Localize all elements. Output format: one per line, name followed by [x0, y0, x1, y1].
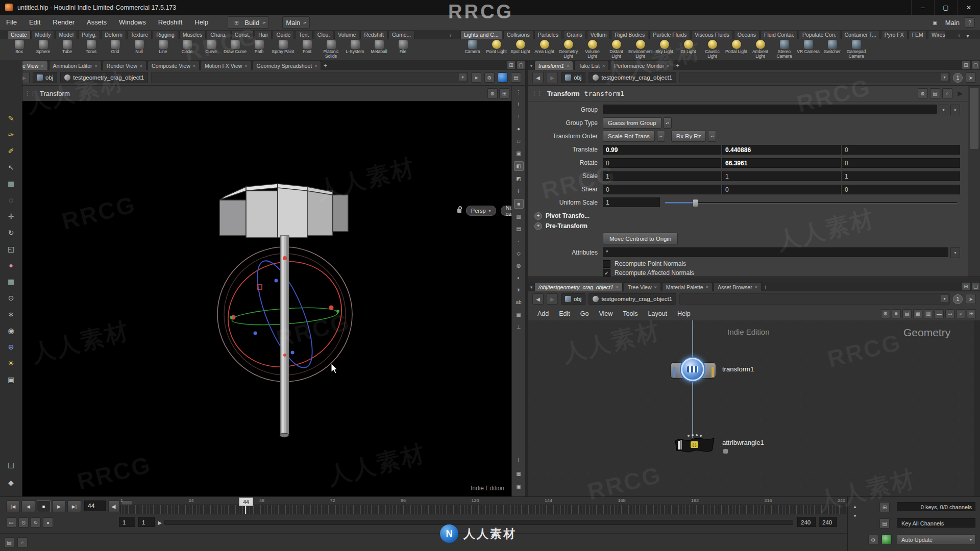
close-tab-icon[interactable]: ×	[706, 285, 708, 290]
node-input-flag[interactable]	[673, 367, 675, 377]
update-mode-dropdown[interactable]: Auto Update ▾	[897, 534, 975, 544]
menu-item[interactable]: Tools	[618, 310, 643, 317]
menu-item[interactable]: Windows	[113, 15, 152, 30]
menu-item[interactable]: Go	[575, 310, 594, 317]
shelf-tab[interactable]: Guide	[273, 31, 294, 39]
menu-item[interactable]: Help	[672, 310, 696, 317]
pre-transform-section[interactable]: + Pre-Transform	[534, 221, 587, 231]
shelf-tool[interactable]: Stereo Camera	[772, 40, 796, 60]
shelf-tab[interactable]: Redshift	[360, 31, 387, 39]
display-objects-icon[interactable]: ■	[514, 199, 524, 209]
path-node-chip[interactable]: testgeometry_crag_object1	[589, 72, 676, 83]
shelf-tab[interactable]: Lights and C...	[460, 31, 502, 39]
menu-item[interactable]: Help	[188, 15, 214, 30]
shelf-tool[interactable]: Sky Light	[652, 40, 676, 60]
range-limit-icon[interactable]: ▭	[6, 517, 16, 528]
rotate-order-dropdown[interactable]: Rx Ry Rz	[671, 131, 706, 142]
pane-tab[interactable]: Material Palette ×	[662, 282, 713, 291]
menu-item[interactable]: Redshift	[152, 15, 189, 30]
display-points-icon[interactable]: ∙	[514, 237, 523, 245]
shelf-tab[interactable]: Texture	[127, 31, 152, 39]
rotate-icon[interactable]: ↻	[4, 226, 18, 239]
pose-icon[interactable]: ●	[4, 258, 18, 272]
ghost-objects-icon[interactable]: ▨	[514, 212, 523, 221]
scale-z-field[interactable]: 1	[842, 171, 960, 181]
select-arrow-icon[interactable]: ↖	[4, 160, 18, 174]
fold-up-icon[interactable]: ▴	[850, 501, 860, 511]
show-handles-icon[interactable]: ✛	[514, 187, 523, 195]
shelf-tab[interactable]: Vellum	[587, 31, 610, 39]
shelf-tool[interactable]: Point Light	[484, 40, 508, 60]
world-space-icon[interactable]: ⊕	[4, 340, 18, 354]
camera-view-icon[interactable]: ▣	[514, 483, 523, 491]
template-objects-icon[interactable]: ▤	[514, 224, 523, 233]
list-view-icon[interactable]: ≡	[892, 309, 901, 318]
close-tab-icon[interactable]: ×	[654, 285, 656, 290]
pane-grip-icon[interactable]: ⋮	[514, 88, 523, 96]
scale-y-field[interactable]: 1	[722, 171, 841, 181]
translate-z-field[interactable]: 0	[842, 145, 960, 155]
shelf-tool[interactable]: Portal Light	[724, 40, 748, 60]
translate-icon[interactable]: ✛	[4, 209, 18, 223]
snap-multi-icon[interactable]: ∗	[4, 307, 18, 321]
shear-y-field[interactable]: 0	[722, 185, 841, 194]
viewport-layout-icon[interactable]: ⊞	[499, 88, 509, 98]
gear-icon[interactable]: ⚙	[918, 88, 928, 98]
path-node-chip[interactable]: testgeometry_crag_object1	[589, 293, 676, 305]
back-icon[interactable]: ◀	[532, 72, 544, 83]
group-type-dropdown[interactable]: Guess from Group	[603, 117, 662, 129]
new-tab-icon[interactable]: +	[321, 62, 329, 70]
pin-count-badge[interactable]: 1	[953, 294, 963, 304]
pane-tab[interactable]: Motion FX View ×	[201, 61, 252, 70]
shelf-tool[interactable]: L-System	[343, 40, 367, 60]
prev-key-button[interactable]: ◀|	[108, 500, 119, 512]
set-key-icon[interactable]: ⊞	[879, 502, 890, 512]
paint-brush-icon[interactable]: ✑	[4, 128, 18, 141]
stepper-icon[interactable]: ▴▾	[708, 131, 716, 142]
shear-x-field[interactable]: 0	[603, 185, 721, 194]
playhead[interactable]: 44	[239, 497, 253, 506]
rotate-x-field[interactable]: 0	[603, 158, 721, 168]
shelf-tab[interactable]: Deform	[101, 31, 126, 39]
group-select-icon[interactable]: ➤	[950, 105, 960, 115]
current-frame-field[interactable]: 44	[84, 500, 106, 511]
shelf-tab[interactable]: Collisions	[503, 31, 533, 39]
pane-tab[interactable]: Render View ×	[103, 61, 146, 70]
message-log-icon[interactable]: ▤	[4, 537, 14, 547]
pane-tab[interactable]: Animation Editor ×	[49, 61, 102, 70]
status-arc-icon[interactable]: ⌕	[17, 537, 28, 547]
fold-down-icon[interactable]: ▾	[850, 510, 860, 520]
pin-count-badge[interactable]: 1	[953, 73, 963, 83]
forward-icon[interactable]: ▶	[547, 72, 558, 83]
node-selected-badge[interactable]	[681, 358, 704, 381]
timeline-ruler[interactable]	[120, 505, 846, 514]
tools-icon[interactable]: ⚙	[881, 309, 890, 318]
shelf-tool[interactable]: Sphere	[31, 40, 55, 60]
tile-layout-icon[interactable]: ▥	[924, 309, 933, 318]
shelf-tool[interactable]: Font	[295, 40, 319, 60]
node-display-flag[interactable]	[712, 367, 714, 377]
pane-tab[interactable]: Performance Monitor ×	[610, 61, 673, 70]
uniform-scale-slider[interactable]	[661, 197, 960, 208]
translate-y-field[interactable]: 0.440886	[722, 145, 841, 155]
forward-icon[interactable]: ▶	[547, 293, 558, 305]
recompute-point-normals-checkbox[interactable]	[603, 260, 610, 268]
playback-start-field[interactable]: 1	[138, 517, 155, 527]
draw-curve-icon[interactable]: ✎	[4, 111, 18, 125]
shelf-tool[interactable]: Torus	[79, 40, 103, 60]
path-input[interactable]: ▾	[679, 72, 950, 83]
box-select-icon[interactable]: ▦	[4, 177, 18, 190]
range-start-field[interactable]: 1	[119, 517, 135, 527]
pin-pane-icon[interactable]: ➤	[471, 72, 481, 83]
shelf-tab[interactable]: Game...	[388, 31, 414, 39]
shelf-tab[interactable]: Particles	[534, 31, 562, 39]
materials-icon[interactable]: ◐	[514, 273, 523, 282]
path-input[interactable]: ▾	[679, 293, 950, 305]
pin-pane-icon[interactable]: ➤	[966, 72, 976, 83]
playback-range-bar[interactable]	[164, 520, 793, 525]
shelf-tool[interactable]: Tube	[55, 40, 79, 60]
shelf-tool[interactable]: Area Light	[532, 40, 556, 60]
shelf-tool[interactable]: Circle	[175, 40, 199, 60]
translate-x-field[interactable]: 0.99	[603, 145, 721, 155]
stepper-icon[interactable]: ▴▾	[657, 131, 665, 142]
